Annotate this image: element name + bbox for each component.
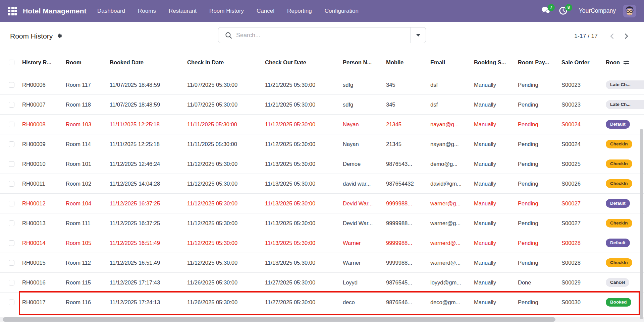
cell-booking-source: Manually [474,220,518,226]
header-cell-booking-source[interactable]: Booking S... [474,59,518,66]
table-row-rh00013[interactable]: RH00013Room 11111/12/2025 16:37:2511/12/… [0,213,644,233]
activities-button[interactable]: 8 [559,6,569,16]
header-cell-payment[interactable]: Room Pay... [518,59,561,66]
caret-down-icon [416,34,420,37]
header-cell-room-status: Roon [606,59,644,66]
row-checkbox[interactable] [9,260,14,266]
cell-check-out: 11/12/2025 05:30:00 [265,141,343,147]
cell-email: nayan@g... [430,141,474,147]
search-dropdown-toggle[interactable] [410,27,426,43]
nav-item-configuration[interactable]: Configuration [325,8,359,14]
cell-check-in: 11/07/2025 05:30:00 [187,102,265,108]
pager-previous-button[interactable] [606,30,618,42]
cell-mobile: 9999988... [386,260,430,266]
row-checkbox-cell [0,102,22,108]
search-input[interactable] [236,32,410,39]
header-cell-sale-order[interactable]: Sale Order [561,59,606,66]
vertical-scrollbar-thumb[interactable] [640,129,643,319]
cell-email: warnerd@... [430,260,474,266]
header-cell-person[interactable]: Person N... [343,59,386,66]
row-checkbox[interactable] [9,141,14,147]
row-checkbox[interactable] [9,201,14,206]
table-row-rh00012[interactable]: RH00012Room 10411/12/2025 16:37:2511/12/… [0,194,644,213]
header-cell-mobile[interactable]: Mobile [386,59,430,66]
cell-check-out: 11/13/2025 05:30:00 [265,161,343,167]
cell-sale-order: S00030 [561,299,606,306]
status-badge: CheckIn [606,258,632,267]
table-row-rh00009[interactable]: RH00009Room 11411/11/2025 12:25:1811/11/… [0,134,644,154]
nav-item-cancel[interactable]: Cancel [257,8,274,14]
cell-sale-order: S00027 [561,220,606,226]
table-row-rh00016[interactable]: RH00016Room 11511/12/2025 17:17:4311/26/… [0,273,644,293]
cell-email: david@gm... [430,181,474,187]
app-title[interactable]: Hotel Management [23,7,87,15]
row-checkbox[interactable] [9,161,14,167]
action-gear-icon[interactable] [57,33,62,39]
cell-mobile: 9999988... [386,240,430,246]
row-checkbox-cell [0,141,22,147]
row-checkbox[interactable] [9,240,14,246]
row-checkbox-cell [0,220,22,226]
horizontal-scrollbar-thumb[interactable] [3,317,555,322]
table-row-rh00015[interactable]: RH00015Room 11211/12/2025 16:51:4911/12/… [0,253,644,273]
messages-button[interactable]: 7 [541,6,551,16]
row-checkbox[interactable] [9,280,14,285]
pager-next-button[interactable] [621,30,632,42]
cell-sale-order: S00023 [561,82,606,88]
select-all-checkbox[interactable] [9,60,14,65]
nav-item-reporting[interactable]: Reporting [287,8,312,14]
cell-sale-order: S00025 [561,161,606,167]
row-checkbox[interactable] [9,102,14,108]
optional-columns-icon[interactable] [623,60,630,65]
cell-email: deco@gm... [430,299,474,306]
nav-item-restaurant[interactable]: Restaurant [169,8,197,14]
company-name[interactable]: YourCompany [579,7,616,14]
header-cell-ref[interactable]: History R... [22,59,66,66]
table-header-row: History R...RoomBooked DateCheck in Date… [0,50,644,75]
row-checkbox[interactable] [9,220,14,226]
table-row-rh00014[interactable]: RH00014Room 10511/12/2025 16:51:4911/12/… [0,233,644,253]
cell-check-in: 11/07/2025 05:30:00 [187,82,265,88]
header-cell-check-in[interactable]: Check in Date [187,59,265,66]
row-checkbox-cell [0,260,22,266]
cell-ref: RH00015 [22,260,66,266]
cell-check-in: 11/12/2025 05:30:00 [187,161,265,167]
header-cell-check-out[interactable]: Check Out Date [265,59,343,66]
row-checkbox[interactable] [9,82,14,88]
table-row-rh00007[interactable]: RH00007Room 11811/07/2025 18:48:5911/07/… [0,95,644,115]
cell-payment: Pending [518,299,561,306]
cell-email: dsf [430,102,474,108]
cell-booked-date: 11/12/2025 12:46:24 [110,161,187,167]
table-row-rh00006[interactable]: RH00006Room 11711/07/2025 18:48:5911/07/… [0,75,644,95]
cell-payment: Pending [518,102,561,108]
row-checkbox[interactable] [9,181,14,187]
header-cell-email[interactable]: Email [430,59,474,66]
activities-count-badge: 8 [565,4,572,11]
nav-item-dashboard[interactable]: Dashboard [97,8,125,14]
cell-mobile: 345 [386,82,430,88]
cell-room-status: Default [606,199,644,208]
cell-payment: Pending [518,220,561,226]
table-row-rh00008[interactable]: RH00008Room 10311/11/2025 12:25:1811/11/… [0,115,644,134]
table-row-rh00010[interactable]: RH00010Room 10111/12/2025 12:46:2411/12/… [0,154,644,174]
cell-booked-date: 11/12/2025 16:37:25 [110,220,187,226]
cell-room-status: Late Ch... [606,100,644,109]
apps-grid-icon[interactable] [8,7,17,15]
cell-payment: Pending [518,161,561,167]
nav-item-rooms[interactable]: Rooms [138,8,156,14]
user-avatar[interactable] [623,5,636,17]
cell-room-status: Default [606,239,644,248]
page-title: Room History [10,32,53,40]
cell-check-in: 11/12/2025 05:30:00 [187,200,265,207]
pager: 1-17 / 17 [574,30,634,42]
table-row-rh00011[interactable]: RH00011Room 10211/12/2025 14:04:2811/12/… [0,174,644,194]
table-row-rh00017[interactable]: RH00017Room 11611/12/2025 17:24:1311/26/… [0,293,644,312]
nav-item-room-history[interactable]: Room History [209,8,244,14]
row-checkbox[interactable] [9,122,14,127]
row-checkbox[interactable] [9,300,14,305]
cell-check-in: 11/12/2025 05:30:00 [187,260,265,266]
header-cell-booked-date[interactable]: Booked Date [110,59,187,66]
header-cell-room[interactable]: Room [66,59,110,66]
cell-room: Room 104 [66,200,110,207]
cell-sale-order: S00026 [561,181,606,187]
